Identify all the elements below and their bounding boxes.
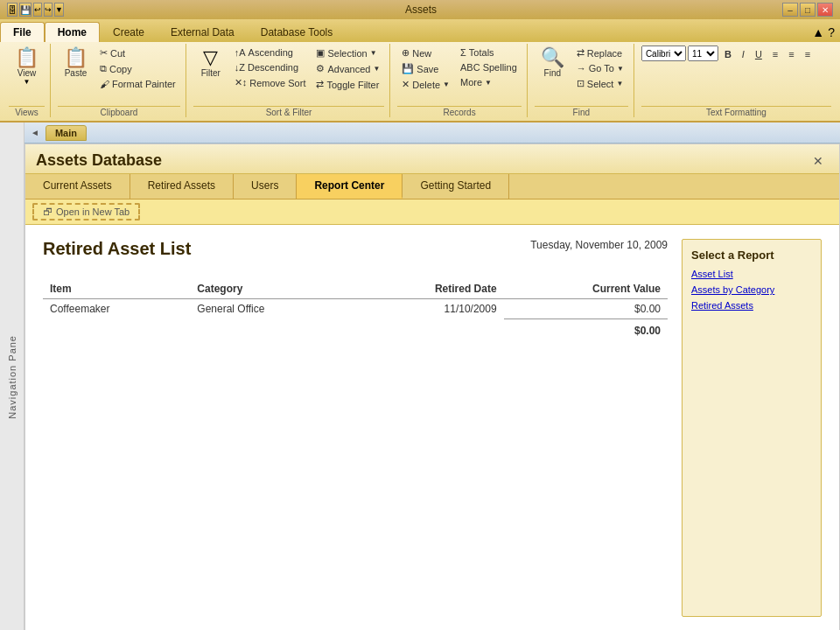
view-icon: 📋 <box>15 48 38 67</box>
toggle-filter-button[interactable]: ⇄ Toggle Filter <box>312 77 384 92</box>
form-close-button[interactable]: ✕ <box>808 152 829 170</box>
report-total: $0.00 <box>504 319 668 341</box>
maximize-button[interactable]: □ <box>800 3 816 17</box>
tab-users[interactable]: Users <box>234 174 297 199</box>
report-body: Retired Asset List Tuesday, November 10,… <box>25 225 839 630</box>
font-size-select[interactable]: 11 <box>688 46 718 61</box>
advanced-icon: ⚙ <box>316 63 325 74</box>
more-records-button[interactable]: More ▼ <box>456 75 522 89</box>
sidebar-title: Select a Report <box>691 248 812 262</box>
title-bar: 🗄 💾 ↩ ↪ ▼ Assets – □ ✕ <box>0 0 840 19</box>
replace-button[interactable]: ⇄ Replace <box>572 46 628 60</box>
selection-button[interactable]: ▣ Selection ▼ <box>312 46 384 60</box>
totals-button[interactable]: Σ Totals <box>456 46 522 60</box>
underline-button[interactable]: U <box>751 47 766 61</box>
view-label: View <box>18 68 37 78</box>
clipboard-group-label: Clipboard <box>58 106 180 117</box>
report-date: Tuesday, November 10, 2009 <box>530 239 668 251</box>
ribbon-group-clipboard: 📋 Paste ✂ Cut ⧉ Copy 🖌 Format Painter <box>52 44 186 117</box>
select-icon: ⊡ <box>577 78 584 89</box>
save-record-icon: 💾 <box>402 63 414 74</box>
replace-icon: ⇄ <box>577 47 584 59</box>
filter-button[interactable]: ▽ Filter <box>193 46 228 80</box>
row-retired-date: 11/10/2009 <box>353 299 504 319</box>
open-new-tab-bar: 🗗 Open in New Tab <box>25 200 839 225</box>
find-icon: 🔍 <box>541 48 564 67</box>
cut-button[interactable]: ✂ Cut <box>95 46 180 60</box>
selection-icon: ▣ <box>316 47 325 59</box>
bold-button[interactable]: B <box>720 47 736 61</box>
copy-icon: ⧉ <box>100 63 107 74</box>
paste-button[interactable]: 📋 Paste <box>58 46 94 80</box>
ascending-button[interactable]: ↑A Ascending <box>230 46 311 60</box>
toggle-filter-icon: ⇄ <box>316 79 324 90</box>
italic-button[interactable]: I <box>738 47 749 61</box>
main-area: Navigation Pane ◄ Main Assets Database ✕… <box>0 122 840 630</box>
tab-nav-left[interactable]: ◄ <box>28 127 42 138</box>
report-sidebar: Select a Report Asset List Assets by Cat… <box>682 239 822 617</box>
select-button[interactable]: ⊡ Select ▼ <box>572 76 628 91</box>
sidebar-link-retired-assets[interactable]: Retired Assets <box>691 300 812 311</box>
minimize-button[interactable]: – <box>782 3 798 17</box>
format-painter-button[interactable]: 🖌 Format Painter <box>95 77 180 91</box>
tab-external-data[interactable]: External Data <box>158 22 248 42</box>
tab-report-center[interactable]: Report Center <box>297 174 402 199</box>
tab-home[interactable]: Home <box>45 22 100 42</box>
new-record-button[interactable]: ⊕ New <box>397 46 454 60</box>
remove-sort-icon: ✕↕ <box>234 77 248 88</box>
find-button[interactable]: 🔍 Find <box>535 46 570 80</box>
goto-button[interactable]: → Go To ▼ <box>572 61 628 75</box>
undo-icon[interactable]: ↩ <box>33 3 42 17</box>
col-current-value: Current Value <box>504 279 668 299</box>
save-record-button[interactable]: 💾 Save <box>397 61 454 76</box>
align-left-button[interactable]: ≡ <box>768 47 782 61</box>
tab-database-tools[interactable]: Database Tools <box>248 22 346 42</box>
descending-button[interactable]: ↓Z Descending <box>230 60 311 74</box>
col-item: Item <box>43 279 190 299</box>
navigation-pane[interactable]: Navigation Pane <box>0 122 24 630</box>
ascending-icon: ↑A <box>234 47 246 58</box>
access-icon: 🗄 <box>7 3 18 17</box>
form-header: Assets Database ✕ <box>25 144 839 174</box>
row-item: Coffeemaker <box>43 299 190 319</box>
cut-icon: ✂ <box>100 47 108 59</box>
tab-create[interactable]: Create <box>100 22 158 42</box>
remove-sort-button[interactable]: ✕↕ Remove Sort <box>230 75 311 90</box>
new-tab-icon: 🗗 <box>43 206 52 217</box>
redo-icon[interactable]: ↪ <box>44 3 52 17</box>
delete-record-icon: ✕ <box>402 79 410 90</box>
collapse-ribbon-icon[interactable]: ▲ <box>812 25 824 39</box>
views-group-label: Views <box>9 106 45 117</box>
sort-filter-group-label: Sort & Filter <box>193 106 385 117</box>
tab-file[interactable]: File <box>0 22 45 42</box>
spelling-icon: ABC <box>460 62 480 73</box>
sidebar-link-assets-by-category[interactable]: Assets by Category <box>691 284 812 295</box>
align-center-button[interactable]: ≡ <box>784 47 798 61</box>
copy-button[interactable]: ⧉ Copy <box>95 61 180 76</box>
ribbon-group-views: 📋 View ▼ Views <box>4 44 51 117</box>
help-icon[interactable]: ? <box>828 25 835 39</box>
row-current-value: $0.00 <box>504 299 668 319</box>
spelling-button[interactable]: ABC Spelling <box>456 60 522 74</box>
records-group-label: Records <box>397 106 521 117</box>
view-button[interactable]: 📋 View ▼ <box>9 46 45 88</box>
delete-record-button[interactable]: ✕ Delete ▼ <box>397 77 454 92</box>
nav-pane-label: Navigation Pane <box>7 335 18 419</box>
table-row: Coffeemaker General Office 11/10/2009 $0… <box>43 299 668 319</box>
save-quick-icon[interactable]: 💾 <box>19 3 32 17</box>
tab-retired-assets[interactable]: Retired Assets <box>130 174 234 199</box>
close-button[interactable]: ✕ <box>817 3 833 17</box>
advanced-button[interactable]: ⚙ Advanced ▼ <box>312 61 384 76</box>
open-new-tab-button[interactable]: 🗗 Open in New Tab <box>32 203 140 220</box>
tab-current-assets[interactable]: Current Assets <box>25 174 130 199</box>
descending-icon: ↓Z <box>234 62 245 73</box>
format-painter-icon: 🖌 <box>100 79 109 89</box>
font-family-select[interactable]: Calibri <box>641 46 686 61</box>
ribbon-group-find: 🔍 Find ⇄ Replace → Go To ▼ ⊡ Sel <box>529 44 634 117</box>
report-main: Retired Asset List Tuesday, November 10,… <box>43 239 668 617</box>
align-right-button[interactable]: ≡ <box>801 47 815 61</box>
sidebar-link-asset-list[interactable]: Asset List <box>691 269 812 279</box>
main-tab[interactable]: Main <box>46 125 87 141</box>
tab-getting-started[interactable]: Getting Started <box>402 174 509 199</box>
ribbon-group-text-formatting: Calibri 11 B I U ≡ ≡ ≡ Text Formatting <box>636 44 836 117</box>
